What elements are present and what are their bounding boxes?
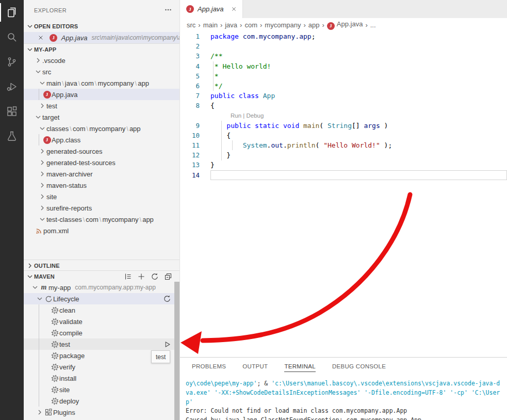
tree-item-maven-status[interactable]: maven-status bbox=[24, 180, 179, 191]
tab-appjava[interactable]: J App.java bbox=[180, 0, 243, 18]
tree-item-surefire-reports[interactable]: surefire-reports bbox=[24, 202, 179, 214]
breadcrumb-item-app.java[interactable]: JApp.java bbox=[327, 20, 363, 30]
maven-goal-test[interactable]: test bbox=[24, 338, 179, 350]
code-line-5[interactable]: 5 * bbox=[180, 71, 507, 81]
gear-icon bbox=[50, 386, 59, 394]
open-editor-item-appjava[interactable]: J App.java src\main\java\com\mycompany\a… bbox=[24, 32, 179, 43]
code-line-10[interactable]: 10 { bbox=[180, 131, 507, 140]
activity-item-testing[interactable] bbox=[0, 124, 24, 149]
code-line-2[interactable]: 2 bbox=[180, 41, 507, 51]
code-line-4[interactable]: 4 * Hello world! bbox=[180, 61, 507, 71]
code-line-8[interactable]: 8{ bbox=[180, 101, 507, 110]
path-separator: \ bbox=[86, 125, 90, 133]
tree-item-app.java[interactable]: JApp.java bbox=[24, 89, 179, 100]
maven-goal-site[interactable]: site bbox=[24, 384, 179, 395]
panel-tab-debug-console[interactable]: DEBUG CONSOLE bbox=[332, 363, 386, 372]
tree-item-main[interactable]: main\java\com\mycompany\app bbox=[24, 77, 179, 89]
maven-goal-deploy[interactable]: deploy bbox=[24, 395, 179, 407]
section-open-editors[interactable]: OPEN EDITORS bbox=[24, 21, 179, 32]
section-my-app[interactable]: MY-APP bbox=[24, 43, 179, 55]
tree-item-classes[interactable]: classes\com\mycompany\app bbox=[24, 123, 179, 134]
panel-tab-terminal[interactable]: TERMINAL bbox=[284, 363, 316, 372]
collapse-all-icon[interactable] bbox=[164, 272, 172, 281]
maven-goal-clean[interactable]: clean bbox=[24, 304, 179, 316]
panel-tab-problems[interactable]: PROBLEMS bbox=[192, 363, 226, 372]
tree-item-label: app bbox=[138, 79, 149, 87]
maven-goal-validate[interactable]: validate bbox=[24, 316, 179, 327]
terminal-line: va.exe' '-XX:+ShowCodeDetailsInException… bbox=[186, 389, 505, 398]
tree-item-label: com bbox=[86, 216, 99, 223]
chevron-down-icon bbox=[31, 283, 39, 292]
breadcrumb-separator: › bbox=[237, 21, 244, 29]
codelens-debug-link[interactable]: Debug bbox=[247, 112, 264, 119]
line-number: 1 bbox=[180, 31, 210, 41]
gear-icon bbox=[50, 318, 59, 326]
breadcrumb-item-...[interactable]: ... bbox=[370, 21, 376, 29]
breadcrumb-label: main bbox=[203, 21, 218, 29]
tree-item-target[interactable]: target bbox=[24, 111, 179, 123]
code-line-7[interactable]: 7public class App bbox=[180, 91, 507, 101]
tree-item-generated-test-sources[interactable]: generated-test-sources bbox=[24, 157, 179, 168]
tree-item-src[interactable]: src bbox=[24, 66, 179, 77]
close-icon[interactable] bbox=[37, 34, 45, 41]
breadcrumb-label: App.java bbox=[337, 20, 363, 28]
code-line-text: } bbox=[210, 150, 231, 160]
code-line-9[interactable]: 9 public static void main( String[] args… bbox=[180, 121, 507, 131]
maven-goal-install[interactable]: install bbox=[24, 373, 179, 384]
close-icon[interactable] bbox=[231, 6, 237, 12]
code-line-11[interactable]: 11 System.out.println( "Hello World!" ); bbox=[180, 140, 507, 150]
activity-item-run-debug[interactable] bbox=[0, 74, 24, 99]
activity-item-search[interactable] bbox=[0, 25, 24, 50]
line-number: 3 bbox=[180, 51, 210, 61]
code-editor[interactable]: 1package com.mycompany.app;23/**4 * Hell… bbox=[180, 31, 507, 357]
activity-item-source-control[interactable] bbox=[0, 50, 24, 74]
code-line-text: { bbox=[210, 131, 231, 140]
section-maven[interactable]: MAVEN bbox=[24, 270, 179, 282]
maven-plugins[interactable]: Plugins bbox=[24, 407, 179, 418]
breadcrumb-item-app[interactable]: app bbox=[308, 21, 320, 29]
sidebar-title-bar: EXPLORER bbox=[24, 0, 179, 21]
path-separator: \ bbox=[61, 79, 65, 87]
maven-goal-compile[interactable]: compile bbox=[24, 327, 179, 338]
refresh-icon[interactable] bbox=[151, 272, 159, 281]
code-line-13[interactable]: 13} bbox=[180, 160, 507, 170]
code-line-3[interactable]: 3/** bbox=[180, 51, 507, 61]
tree-item-.vscode[interactable]: .vscode bbox=[24, 55, 179, 66]
tree-item-site[interactable]: site bbox=[24, 191, 179, 202]
code-line-12[interactable]: 12 } bbox=[180, 150, 507, 160]
list-tree-icon[interactable] bbox=[124, 272, 132, 281]
breadcrumb-item-src[interactable]: src bbox=[187, 21, 195, 29]
gear-icon bbox=[50, 329, 59, 337]
activity-item-explorer[interactable] bbox=[0, 0, 24, 25]
activity-item-extensions[interactable] bbox=[0, 99, 24, 124]
maven-project-my-app[interactable]: mmy-appcom.mycompany.app:my-app bbox=[24, 282, 179, 293]
code-line-1[interactable]: 1package com.mycompany.app; bbox=[180, 31, 507, 41]
editor-tab-bar: J App.java bbox=[180, 0, 507, 18]
breadcrumb-label: ... bbox=[370, 21, 376, 29]
code-line-text: /** bbox=[210, 51, 222, 61]
panel-tab-output[interactable]: OUTPUT bbox=[242, 363, 268, 372]
tree-item-generated-sources[interactable]: generated-sources bbox=[24, 146, 179, 157]
tree-item-maven-archiver[interactable]: maven-archiver bbox=[24, 168, 179, 180]
breadcrumb-separator: › bbox=[195, 21, 203, 29]
codelens-run-link[interactable]: Run bbox=[231, 112, 241, 119]
maven-goal-label: install bbox=[59, 375, 76, 382]
add-icon[interactable] bbox=[137, 272, 145, 281]
code-line-6[interactable]: 6 */ bbox=[180, 81, 507, 91]
breadcrumb-item-mycompany[interactable]: mycompany bbox=[265, 21, 301, 29]
tree-item-app.class[interactable]: JApp.class bbox=[24, 134, 179, 146]
section-outline[interactable]: OUTLINE bbox=[24, 260, 179, 271]
breadcrumb-item-com[interactable]: com bbox=[244, 21, 257, 29]
section-label: MY-APP bbox=[34, 46, 56, 53]
more-actions-icon[interactable] bbox=[164, 6, 172, 15]
tree-item-test-classes[interactable]: test-classes\com\mycompany\app bbox=[24, 214, 179, 225]
maven-lifecycle[interactable]: Lifecycle bbox=[24, 293, 179, 304]
sidebar-scrollbar[interactable] bbox=[174, 282, 179, 420]
maven-goal-label: deploy bbox=[59, 397, 79, 405]
code-line-14[interactable]: 14 bbox=[180, 170, 507, 180]
breadcrumb-item-java[interactable]: java bbox=[225, 21, 237, 29]
tree-item-test[interactable]: test bbox=[24, 100, 179, 111]
tree-item-pom.xml[interactable]: pom.xml bbox=[24, 225, 179, 236]
terminal-output[interactable]: oy\code\pepe\my-app'; & 'c:\Users\manuel… bbox=[186, 379, 505, 420]
breadcrumb-item-main[interactable]: main bbox=[203, 21, 218, 29]
